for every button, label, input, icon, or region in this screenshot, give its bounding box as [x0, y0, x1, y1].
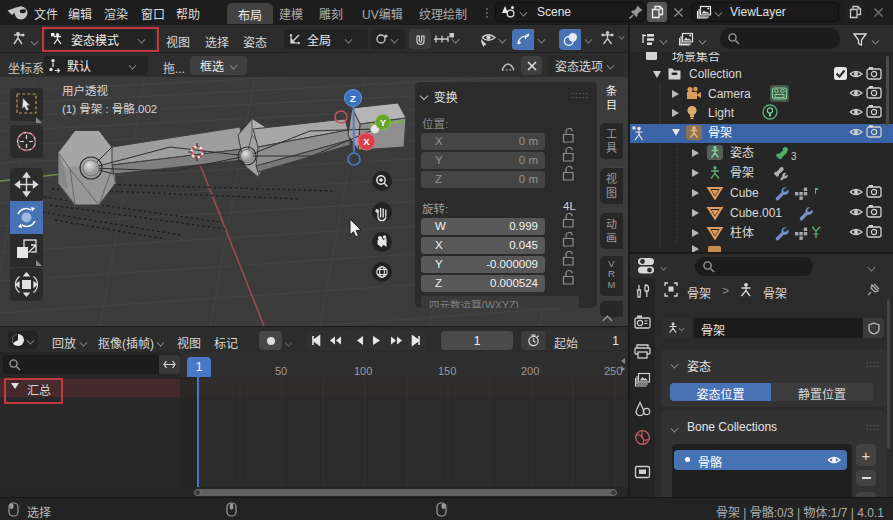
svg-text:骨架: 骨架 [730, 166, 754, 180]
svg-text:3: 3 [791, 151, 797, 162]
svg-text:Y: Y [380, 118, 386, 128]
svg-text:柱体: 柱体 [730, 225, 754, 240]
svg-text:场景集合: 场景集合 [672, 52, 720, 64]
svg-text:Z: Z [350, 93, 356, 104]
svg-text:骨架: 骨架 [708, 126, 732, 140]
svg-text:Collection: Collection [689, 67, 742, 81]
svg-text:X: X [363, 136, 370, 147]
svg-text:Cube: Cube [730, 186, 759, 200]
svg-text:Camera: Camera [708, 87, 751, 101]
svg-text:Light: Light [708, 106, 735, 120]
svg-text:Cube.001: Cube.001 [730, 206, 782, 220]
svg-text:姿态: 姿态 [730, 146, 754, 160]
